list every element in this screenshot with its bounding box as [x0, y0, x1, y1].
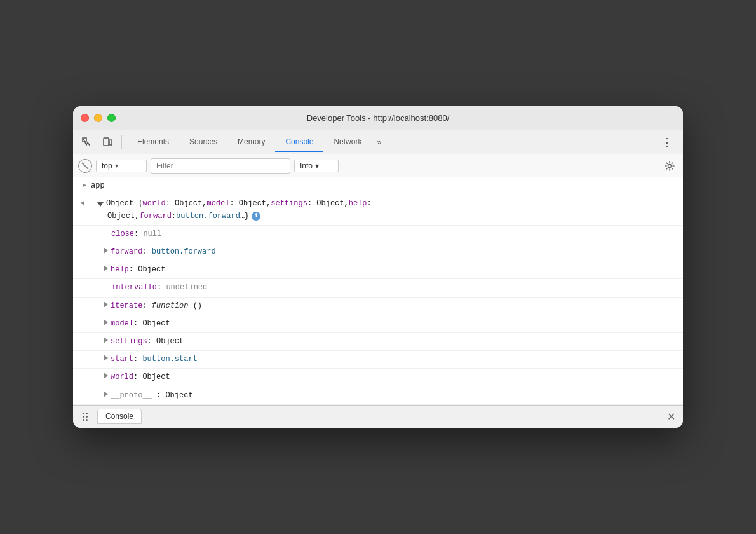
traffic-lights: [81, 114, 116, 122]
console-row-start: start: button.start: [73, 351, 683, 369]
console-row-app: ▶ app: [73, 177, 683, 195]
context-selector[interactable]: top ▾: [96, 160, 147, 172]
tab-more-button[interactable]: »: [372, 133, 386, 152]
proto-expand[interactable]: [104, 391, 108, 397]
help-expand[interactable]: [104, 265, 108, 271]
minimize-button[interactable]: [94, 114, 102, 122]
filter-input[interactable]: [151, 158, 290, 174]
console-content: ▶ app ◀ Object {world: Object, model: Ob…: [73, 177, 683, 404]
toolbar-divider: [121, 135, 122, 149]
console-row-proto: __proto__ : Object: [73, 387, 683, 405]
level-selector[interactable]: Info ▾: [294, 160, 339, 172]
forward-property: forward: button.forward: [104, 245, 683, 259]
level-arrow: ▾: [315, 161, 319, 170]
bottom-console-tab[interactable]: Console: [97, 409, 142, 424]
bottom-close-button[interactable]: ✕: [664, 409, 678, 423]
bottom-bar: Console ✕: [73, 405, 683, 428]
console-row-close: close: null: [73, 226, 683, 243]
settings-button[interactable]: [661, 158, 678, 174]
info-icon[interactable]: i: [252, 212, 260, 221]
intervalid-property: intervalId: undefined: [111, 280, 683, 295]
console-toolbar: top ▾ Info ▾: [73, 154, 683, 177]
object-expand-triangle[interactable]: [97, 202, 104, 207]
svg-rect-2: [109, 140, 112, 145]
svg-rect-1: [104, 138, 109, 146]
app-expand-arrow[interactable]: ▶: [78, 179, 91, 191]
console-row-intervalid: intervalId: undefined: [73, 279, 683, 297]
iterate-property: iterate: function (): [104, 299, 683, 313]
devtools-window: Developer Tools - http://localhost:8080/…: [73, 106, 683, 427]
devtools-menu-button[interactable]: ⋮: [656, 133, 678, 152]
proto-property: __proto__ : Object: [104, 388, 683, 403]
start-property: start: button.start: [104, 352, 683, 367]
console-row-iterate: iterate: function (): [73, 298, 683, 315]
model-expand[interactable]: [104, 319, 108, 325]
app-label: app: [91, 179, 683, 193]
tab-elements[interactable]: Elements: [127, 133, 179, 152]
console-row-forward: forward: button.forward: [73, 243, 683, 261]
tab-sources[interactable]: Sources: [179, 133, 227, 152]
settings-property: settings: Object: [104, 334, 683, 349]
device-toggle-button[interactable]: [98, 134, 116, 151]
world-property: world: Object: [104, 370, 683, 385]
tabs-container: Elements Sources Memory Console Network …: [127, 133, 654, 152]
object-summary: Object {world: Object, model: Object, se…: [88, 196, 683, 223]
start-expand[interactable]: [104, 355, 108, 361]
bottom-menu-button[interactable]: [78, 409, 92, 423]
settings-expand[interactable]: [104, 337, 108, 343]
world-expand[interactable]: [104, 373, 108, 379]
forward-expand[interactable]: [104, 247, 108, 254]
tab-network[interactable]: Network: [323, 133, 372, 152]
console-row-settings: settings: Object: [73, 333, 683, 351]
window-title: Developer Tools - http://localhost:8080/: [307, 113, 450, 123]
close-button[interactable]: [81, 114, 89, 122]
toolbar: Elements Sources Memory Console Network …: [73, 130, 683, 154]
console-row-world: world: Object: [73, 369, 683, 387]
tab-memory[interactable]: Memory: [227, 133, 275, 152]
model-property: model: Object: [104, 317, 683, 331]
object-back-arrow[interactable]: ◀: [76, 196, 88, 209]
svg-point-3: [668, 164, 672, 167]
titlebar: Developer Tools - http://localhost:8080/: [73, 106, 683, 130]
close-property: close: null: [111, 227, 683, 242]
console-row-object: ◀ Object {world: Object, model: Object, …: [73, 195, 683, 225]
console-row-model: model: Object: [73, 315, 683, 333]
maximize-button[interactable]: [107, 114, 116, 122]
inspect-element-button[interactable]: [78, 134, 96, 151]
help-property: help: Object: [104, 263, 683, 277]
console-row-help: help: Object: [73, 261, 683, 279]
context-arrow: ▾: [115, 162, 118, 169]
tab-console[interactable]: Console: [275, 133, 323, 152]
clear-console-button[interactable]: [78, 159, 92, 173]
iterate-expand[interactable]: [104, 301, 108, 308]
